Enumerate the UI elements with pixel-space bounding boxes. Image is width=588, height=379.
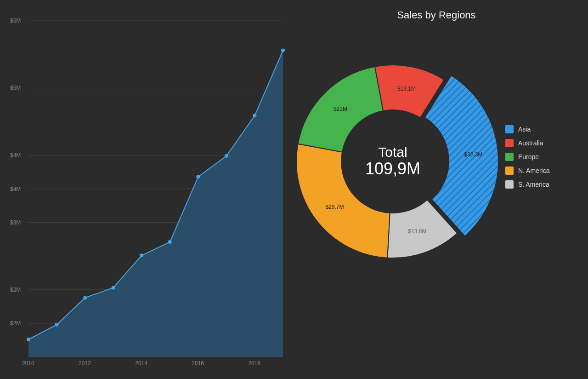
svg-point-14 bbox=[225, 154, 228, 158]
svg-point-10 bbox=[112, 286, 115, 289]
y-tick-label: $4M bbox=[10, 186, 21, 192]
y-tick-label: $6M bbox=[10, 17, 21, 24]
y-tick-label: $3M bbox=[10, 219, 21, 226]
svg-point-15 bbox=[253, 114, 256, 117]
donut-legend: AsiaAustraliaEuropeN. AmericaS. America bbox=[505, 125, 549, 189]
x-tick-label: 2010 bbox=[22, 360, 34, 367]
y-tick-label: $4M bbox=[10, 152, 21, 159]
donut-slice-label: $13,8M bbox=[408, 228, 426, 235]
legend-item-s-america[interactable]: S. America bbox=[505, 180, 549, 189]
x-tick-label: 2016 bbox=[192, 360, 204, 367]
x-tick-label: 2018 bbox=[248, 360, 260, 367]
legend-label: N. America bbox=[518, 167, 549, 174]
legend-label: Asia bbox=[518, 126, 531, 133]
area-chart-panel: $2M$2M$3M$4M$4M$5M$6M2010201220142016201… bbox=[0, 0, 285, 379]
donut-slice-label: $32,3M bbox=[464, 151, 482, 158]
donut-slice-label: $29,7M bbox=[325, 204, 344, 210]
x-tick-label: 2014 bbox=[135, 360, 147, 367]
donut-slice-label: $13,1M bbox=[397, 86, 416, 92]
svg-point-7 bbox=[27, 338, 30, 341]
y-tick-label: $2M bbox=[10, 287, 21, 293]
svg-point-16 bbox=[281, 49, 285, 52]
y-tick-label: $5M bbox=[10, 85, 21, 91]
svg-point-12 bbox=[168, 240, 172, 244]
donut-chart-panel: Sales by Regions $13,8M$29,7M$21M$13,1M$… bbox=[285, 0, 588, 379]
x-tick-label: 2012 bbox=[79, 360, 91, 367]
legend-swatch bbox=[505, 125, 514, 133]
legend-swatch bbox=[505, 180, 514, 189]
y-tick-label: $2M bbox=[10, 320, 21, 327]
donut-slice-label: $21M bbox=[334, 106, 347, 112]
svg-point-13 bbox=[196, 175, 200, 178]
legend-item-australia[interactable]: Australia bbox=[505, 139, 549, 147]
legend-label: Europe bbox=[518, 153, 539, 161]
svg-point-9 bbox=[83, 296, 87, 299]
legend-item-europe[interactable]: Europe bbox=[505, 153, 549, 161]
legend-swatch bbox=[505, 153, 514, 161]
donut-chart[interactable]: $13,8M$29,7M$21M$13,1M$32,3MTotal109,9M bbox=[285, 53, 501, 270]
svg-point-11 bbox=[140, 253, 143, 257]
legend-swatch bbox=[505, 167, 514, 175]
legend-swatch bbox=[505, 139, 514, 147]
donut-center-label: Total bbox=[378, 144, 407, 160]
legend-label: Australia bbox=[518, 139, 543, 147]
donut-title: Sales by Regions bbox=[397, 9, 475, 21]
legend-item-n-america[interactable]: N. America bbox=[505, 167, 549, 175]
svg-point-8 bbox=[55, 323, 59, 327]
legend-label: S. America bbox=[518, 181, 549, 188]
area-chart[interactable]: $2M$2M$3M$4M$4M$5M$6M2010201220142016201… bbox=[9, 5, 285, 370]
legend-item-asia[interactable]: Asia bbox=[505, 125, 549, 133]
donut-center-value: 109,9M bbox=[365, 159, 420, 178]
